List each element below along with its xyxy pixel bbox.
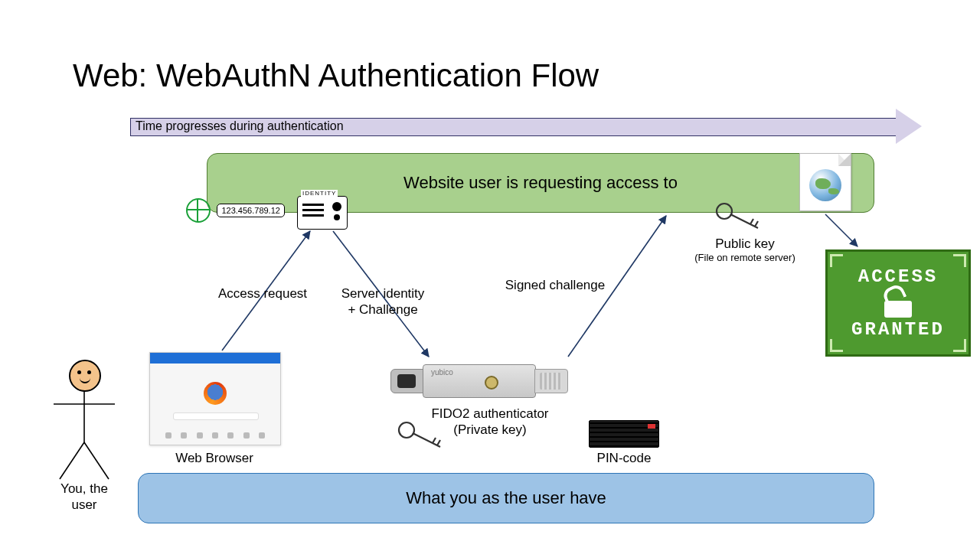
server-identity-text: Server identity [314, 285, 452, 302]
website-box-label: Website user is requesting access to [403, 173, 678, 193]
web-browser-label: Web Browser [161, 450, 268, 466]
fido2-authenticator-icon: yubico [390, 360, 567, 401]
user-stick-figure-icon [46, 360, 122, 482]
globe-icon [186, 198, 211, 223]
access-request-label: Access request [209, 285, 316, 302]
page-title: Web: WebAuthN Authentication Flow [73, 57, 599, 94]
web-browser-icon [149, 352, 281, 445]
private-key-icon [394, 419, 448, 450]
firefox-icon [204, 382, 227, 405]
public-key-title: Public key [688, 236, 802, 252]
time-progress-label: Time progresses during authentication [136, 119, 344, 133]
you-line1: You, the [46, 481, 122, 497]
svg-point-9 [399, 422, 414, 438]
you-the-user-label: You, the user [46, 481, 122, 514]
svg-line-7 [60, 442, 84, 479]
signed-challenge-label: Signed challenge [490, 277, 620, 293]
public-key-icon [712, 201, 766, 231]
you-line2: user [46, 497, 122, 513]
svg-line-8 [84, 442, 109, 479]
user-possessions-box: What you as the user have [138, 473, 874, 523]
yubikey-brand: yubico [431, 368, 453, 377]
time-progress-arrow: Time progresses during authentication [130, 118, 897, 136]
unlocked-padlock-icon [883, 290, 913, 316]
identity-card-label: IDENTITY [301, 190, 338, 197]
access-line1: ACCESS [858, 266, 938, 287]
pin-code-label: PIN-code [590, 450, 658, 466]
public-key-label: Public key (File on remote server) [688, 236, 802, 265]
challenge-text: + Challenge [314, 302, 452, 318]
user-possessions-label: What you as the user have [406, 488, 606, 508]
keyboard-icon [589, 420, 659, 448]
ip-address-badge: 123.456.789.12 [217, 204, 284, 217]
time-progress-arrowhead [896, 109, 922, 144]
svg-line-4 [825, 214, 858, 246]
web-document-icon [799, 153, 851, 211]
server-identity-challenge-label: Server identity + Challenge [314, 285, 452, 318]
server-address: 123.456.789.12 [186, 198, 285, 223]
access-granted-badge: ACCESS GRANTED [825, 249, 971, 357]
svg-point-0 [717, 204, 732, 219]
identity-card-icon: IDENTITY [297, 196, 348, 230]
public-key-subtitle: (File on remote server) [688, 252, 802, 264]
access-line2: GRANTED [851, 319, 945, 340]
